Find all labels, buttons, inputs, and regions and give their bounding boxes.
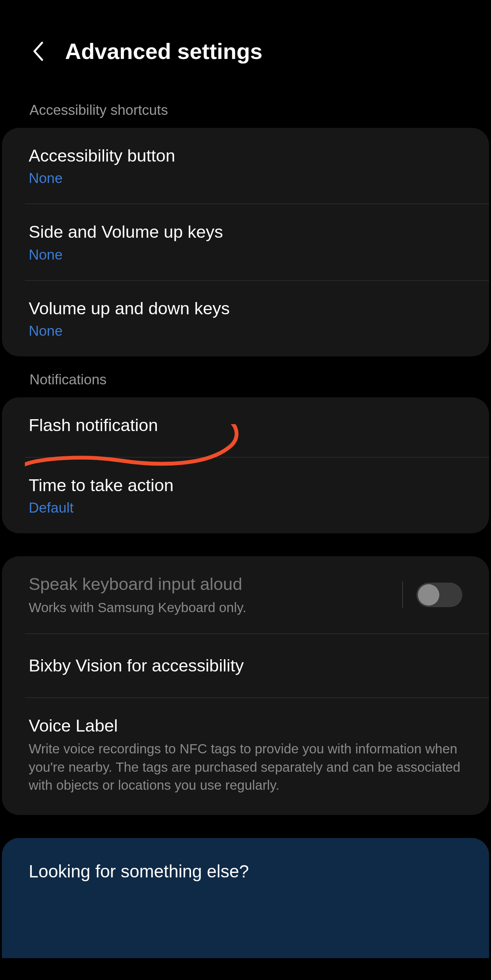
footer-card[interactable]: Looking for something else? (2, 838, 489, 958)
card-other: Speak keyboard input aloud Works with Sa… (2, 556, 489, 815)
row-title: Bixby Vision for accessibility (29, 655, 462, 676)
row-bixby-vision[interactable]: Bixby Vision for accessibility (2, 634, 489, 697)
toggle-knob (418, 584, 439, 606)
header: Advanced settings (0, 0, 491, 87)
row-voice-label[interactable]: Voice Label Write voice recordings to NF… (2, 698, 489, 815)
toggle-speak-keyboard[interactable] (416, 583, 462, 607)
row-flash-notification[interactable]: Flash notification (2, 397, 489, 457)
row-accessibility-button[interactable]: Accessibility button None (2, 128, 489, 204)
row-side-volume-keys[interactable]: Side and Volume up keys None (2, 204, 489, 280)
row-time-to-take-action[interactable]: Time to take action Default (2, 457, 489, 533)
row-title: Side and Volume up keys (29, 221, 462, 243)
row-title: Volume up and down keys (29, 298, 462, 319)
row-title: Flash notification (29, 415, 462, 436)
section-header-shortcuts: Accessibility shortcuts (0, 87, 491, 128)
row-title: Time to take action (29, 475, 462, 496)
row-description: Write voice recordings to NFC tags to pr… (29, 740, 462, 794)
page-title: Advanced settings (65, 38, 263, 64)
row-title: Speak keyboard input aloud (29, 573, 391, 595)
toggle-divider (402, 581, 403, 608)
row-value: None (29, 323, 462, 339)
card-shortcuts: Accessibility button None Side and Volum… (2, 128, 489, 356)
row-value: Default (29, 500, 462, 516)
row-speak-keyboard-input[interactable]: Speak keyboard input aloud Works with Sa… (2, 556, 489, 634)
card-notifications: Flash notification Time to take action D… (2, 397, 489, 534)
row-title: Voice Label (29, 715, 462, 737)
row-volume-up-down-keys[interactable]: Volume up and down keys None (2, 281, 489, 356)
back-icon[interactable] (31, 40, 46, 63)
toggle-wrap (402, 581, 462, 608)
row-value: None (29, 170, 462, 186)
section-header-notifications: Notifications (0, 356, 491, 397)
row-description: Works with Samsung Keyboard only. (29, 598, 391, 616)
footer-title: Looking for something else? (29, 861, 462, 882)
row-title: Accessibility button (29, 145, 462, 167)
row-value: None (29, 247, 462, 263)
